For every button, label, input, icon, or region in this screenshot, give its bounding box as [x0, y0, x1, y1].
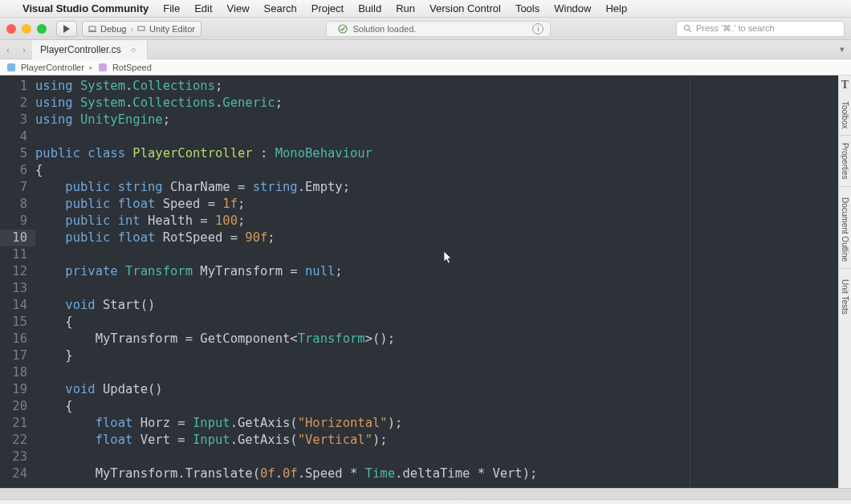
code-line[interactable]: 10 public float RotSpeed = 90f; — [0, 230, 838, 246]
line-number: 12 — [0, 263, 35, 280]
code-text[interactable]: public float Speed = 1f; — [35, 196, 245, 213]
code-line[interactable]: 12 private Transform MyTransform = null; — [0, 263, 838, 280]
tab-active[interactable]: PlayerController.cs ○ — [32, 40, 148, 59]
code-text[interactable]: MyTransform.Translate(0f.0f.Speed * Time… — [35, 465, 537, 482]
code-line[interactable]: 23 — [0, 449, 838, 465]
close-window-icon[interactable] — [6, 24, 16, 34]
code-line[interactable]: 14 void Start() — [0, 297, 838, 314]
code-line[interactable]: 16 MyTransform = GetComponent<Transform>… — [0, 331, 838, 348]
code-line[interactable]: 6{ — [0, 162, 838, 179]
check-circle-icon — [338, 24, 348, 34]
svg-rect-7 — [7, 63, 15, 71]
menu-tools[interactable]: Tools — [515, 2, 540, 14]
close-tab-icon[interactable]: ○ — [131, 45, 136, 55]
line-number: 17 — [0, 348, 35, 364]
line-number: 4 — [0, 128, 35, 145]
code-line[interactable]: 17 } — [0, 348, 838, 364]
code-text[interactable]: public string CharName = string.Empty; — [35, 179, 350, 196]
menu-version-control[interactable]: Version Control — [430, 2, 501, 14]
menu-help[interactable]: Help — [605, 2, 627, 14]
code-text[interactable]: float Vert = Input.GetAxis("Vertical"); — [35, 432, 388, 449]
window-controls — [6, 24, 47, 34]
search-icon — [683, 24, 692, 33]
menu-run[interactable]: Run — [396, 2, 415, 14]
toolbox-glyph-icon: T — [841, 75, 849, 95]
code-line[interactable]: 18 — [0, 364, 838, 381]
code-line[interactable]: 22 float Vert = Input.GetAxis("Vertical"… — [0, 432, 838, 449]
run-button[interactable] — [56, 21, 77, 37]
svg-line-6 — [689, 30, 691, 32]
code-text[interactable]: private Transform MyTransform = null; — [35, 263, 343, 280]
code-text[interactable]: void Update() — [35, 381, 163, 398]
menu-build[interactable]: Build — [358, 2, 381, 14]
code-text[interactable]: public class PlayerController : MonoBeha… — [35, 145, 373, 162]
info-icon[interactable]: i — [532, 23, 544, 35]
code-line[interactable]: 21 float Horz = Input.GetAxis("Horizonta… — [0, 415, 838, 432]
menu-edit[interactable]: Edit — [194, 2, 212, 14]
line-number: 7 — [0, 179, 35, 196]
search-input[interactable]: Press '⌘.' to search — [676, 21, 845, 37]
horizontal-scrollbar[interactable] — [0, 488, 851, 499]
code-editor[interactable]: 1using System.Collections;2using System.… — [0, 75, 851, 488]
code-line[interactable]: 13 — [0, 280, 838, 297]
code-text[interactable]: public float RotSpeed = 90f; — [35, 230, 275, 246]
code-text[interactable]: using UnityEngine; — [35, 112, 170, 128]
target-icon — [137, 25, 145, 33]
breadcrumb-member[interactable]: RotSpeed — [112, 63, 152, 72]
breadcrumb: PlayerController ▸ RotSpeed — [0, 59, 851, 75]
code-line[interactable]: 7 public string CharName = string.Empty; — [0, 179, 838, 196]
nav-forward-button[interactable]: › — [16, 45, 32, 55]
line-number: 15 — [0, 314, 35, 331]
status-pill: Solution loaded. i — [326, 21, 551, 37]
code-line[interactable]: 20 { — [0, 398, 838, 415]
sidetab-document-outline[interactable]: Document Outline — [841, 191, 849, 268]
tab-bar: ‹ › PlayerController.cs ○ ▾ — [0, 40, 851, 59]
menu-project[interactable]: Project — [311, 2, 344, 14]
code-line[interactable]: 9 public int Health = 100; — [0, 213, 838, 230]
code-line[interactable]: 8 public float Speed = 1f; — [0, 196, 838, 213]
code-line[interactable]: 15 { — [0, 314, 838, 331]
code-line[interactable]: 24 MyTransform.Translate(0f.0f.Speed * T… — [0, 465, 838, 482]
code-text[interactable]: using System.Collections.Generic; — [35, 95, 283, 112]
code-text[interactable]: { — [35, 314, 73, 331]
code-line[interactable]: 1using System.Collections; — [0, 78, 838, 95]
menu-file[interactable]: File — [163, 2, 180, 14]
menu-window[interactable]: Window — [554, 2, 591, 14]
tab-overflow-icon[interactable]: ▾ — [833, 44, 851, 55]
line-number: 11 — [0, 246, 35, 263]
minimize-window-icon[interactable] — [22, 24, 31, 34]
code-text[interactable]: using System.Collections; — [35, 78, 222, 95]
line-number: 6 — [0, 162, 35, 179]
sidetab-unit-tests[interactable]: Unit Tests — [841, 273, 849, 321]
mouse-cursor-icon — [443, 250, 453, 265]
breadcrumb-class[interactable]: PlayerController — [21, 63, 84, 72]
code-line[interactable]: 19 void Update() — [0, 381, 838, 398]
app-name[interactable]: Visual Studio Community — [22, 2, 149, 14]
code-text[interactable]: public int Health = 100; — [35, 213, 245, 230]
menu-view[interactable]: View — [227, 2, 250, 14]
svg-rect-3 — [138, 26, 145, 30]
code-line[interactable]: 4 — [0, 128, 838, 145]
chevron-right-icon: › — [130, 24, 133, 34]
nav-back-button[interactable]: ‹ — [0, 45, 16, 55]
side-tool-tabs: T Toolbox Properties Document Outline Un… — [838, 75, 851, 488]
code-text[interactable]: MyTransform = GetComponent<Transform>(); — [35, 331, 395, 348]
code-line[interactable]: 11 — [0, 246, 838, 263]
code-text[interactable]: { — [35, 162, 43, 179]
code-text[interactable]: float Horz = Input.GetAxis("Horizontal")… — [35, 415, 402, 432]
code-line[interactable]: 2using System.Collections.Generic; — [0, 95, 838, 112]
code-line[interactable]: 5public class PlayerController : MonoBeh… — [0, 145, 838, 162]
line-number: 13 — [0, 280, 35, 297]
device-icon — [88, 25, 96, 33]
code-line[interactable]: 3using UnityEngine; — [0, 112, 838, 128]
code-text[interactable]: void Start() — [35, 297, 155, 314]
zoom-window-icon[interactable] — [37, 24, 47, 34]
menu-search[interactable]: Search — [264, 2, 297, 14]
sidetab-toolbox[interactable]: Toolbox — [841, 95, 849, 135]
config-selector[interactable]: Debug › Unity Editor — [82, 21, 202, 37]
code-text[interactable]: { — [35, 398, 73, 415]
class-icon — [6, 63, 16, 72]
code-text[interactable]: } — [35, 348, 73, 364]
sidetab-properties[interactable]: Properties — [841, 140, 849, 186]
line-number: 23 — [0, 449, 35, 465]
